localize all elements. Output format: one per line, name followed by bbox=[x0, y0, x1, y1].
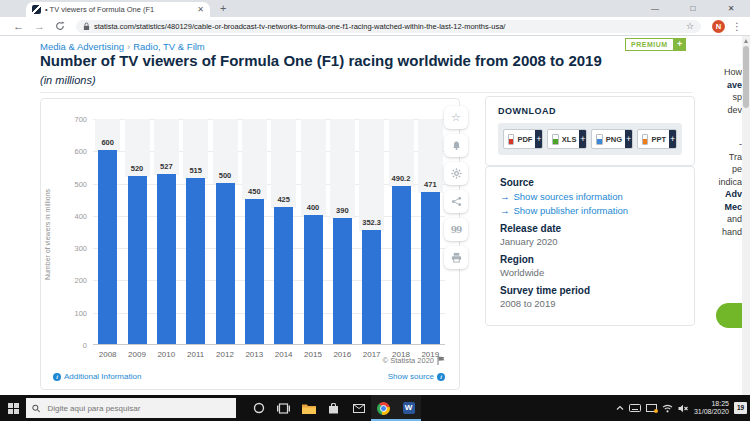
additional-information-link[interactable]: i Additional Information bbox=[53, 372, 141, 381]
side-panel-text: hand bbox=[700, 226, 742, 239]
tray-expand-button[interactable] bbox=[616, 405, 624, 411]
back-icon[interactable]: ← bbox=[13, 21, 24, 32]
microsoft-store-button[interactable] bbox=[321, 395, 346, 421]
download-format-label: PDF bbox=[517, 135, 532, 144]
tray-keyboard-button[interactable] bbox=[629, 404, 641, 412]
taskbar-clock[interactable]: 18:25 31/08/2020 bbox=[694, 400, 729, 417]
arrow-right-icon: → bbox=[500, 191, 510, 202]
chevron-up-icon bbox=[616, 405, 624, 411]
cortana-button[interactable] bbox=[246, 395, 271, 421]
source-heading: Source bbox=[500, 177, 680, 188]
clock-date: 31/08/2020 bbox=[694, 408, 729, 417]
side-panel-text: - bbox=[700, 138, 742, 151]
download-ppt-button[interactable]: PPT+ bbox=[637, 129, 677, 149]
browser-tab[interactable]: • TV viewers of Formula One (F1 ✕ bbox=[26, 2, 210, 17]
bar bbox=[274, 207, 293, 344]
side-panel-text: pe bbox=[700, 163, 742, 176]
show-sources-information-link[interactable]: →Show sources information bbox=[500, 191, 680, 202]
release-date-value: January 2020 bbox=[500, 236, 680, 247]
info-icon: i bbox=[437, 373, 445, 381]
side-panel-text: Tra bbox=[700, 151, 742, 164]
download-format-label: XLS bbox=[562, 135, 577, 144]
folder-icon bbox=[302, 403, 316, 414]
bar bbox=[421, 192, 440, 344]
file-png-icon bbox=[596, 134, 602, 145]
bar bbox=[157, 174, 176, 344]
notification-dot bbox=[654, 409, 658, 413]
plus-icon: + bbox=[535, 129, 542, 149]
windows-logo-icon bbox=[8, 403, 19, 414]
print-button[interactable] bbox=[444, 246, 468, 269]
survey-period-value: 2008 to 2019 bbox=[500, 298, 680, 309]
tray-volume-button[interactable] bbox=[678, 404, 689, 413]
side-panel-text: indica bbox=[700, 176, 742, 189]
bar-value-label: 390 bbox=[320, 206, 364, 215]
search-input[interactable] bbox=[45, 403, 230, 414]
chart-toolbar: ☆ 99 bbox=[444, 106, 468, 269]
window-minimize-button[interactable]: — bbox=[636, 0, 674, 17]
clock-time: 18:25 bbox=[694, 400, 729, 409]
taskbar-search[interactable] bbox=[26, 398, 236, 418]
bar bbox=[304, 215, 323, 344]
settings-button[interactable] bbox=[444, 162, 468, 185]
y-tick-label: 100 bbox=[61, 309, 87, 318]
scrollbar-up-arrow[interactable] bbox=[744, 39, 748, 43]
show-publisher-information-link[interactable]: →Show publisher information bbox=[500, 205, 680, 216]
search-icon bbox=[32, 404, 40, 413]
file-explorer-button[interactable] bbox=[296, 395, 321, 421]
tab-title: • TV viewers of Formula One (F1 bbox=[45, 5, 193, 14]
bar bbox=[186, 178, 205, 344]
arrow-right-icon: → bbox=[500, 205, 510, 216]
cite-button[interactable]: 99 bbox=[444, 218, 468, 241]
bar bbox=[216, 183, 235, 344]
action-center-button[interactable]: 19 bbox=[734, 402, 747, 414]
side-panel-text: and bbox=[700, 213, 742, 226]
side-panel-text bbox=[700, 116, 742, 138]
chrome-taskbar-button[interactable] bbox=[371, 395, 396, 421]
breadcrumb-link-radio-tv-film[interactable]: Radio, TV & Film bbox=[133, 41, 205, 52]
premium-badge[interactable]: PREMIUM + bbox=[625, 38, 686, 51]
bookmark-star-icon[interactable]: ☆ bbox=[686, 21, 694, 31]
window-maximize-button[interactable]: □ bbox=[674, 0, 712, 17]
show-source-link[interactable]: Show source i bbox=[388, 372, 445, 381]
new-tab-button[interactable]: + bbox=[220, 2, 226, 14]
source-card: Source →Show sources information →Show p… bbox=[485, 166, 695, 326]
share-button[interactable] bbox=[444, 190, 468, 213]
reload-icon[interactable] bbox=[55, 21, 65, 31]
favorite-button[interactable]: ☆ bbox=[444, 106, 468, 129]
profile-avatar[interactable]: N bbox=[712, 20, 725, 33]
forward-icon[interactable]: → bbox=[34, 21, 45, 32]
y-tick-label: 200 bbox=[61, 276, 87, 285]
task-view-button[interactable] bbox=[271, 395, 296, 421]
plot-area: 0100200300400500600700600200852020095272… bbox=[93, 119, 445, 345]
side-panel-text: ave bbox=[700, 79, 742, 92]
breadcrumb-separator: › bbox=[127, 41, 130, 52]
page-scrollbar[interactable] bbox=[742, 36, 750, 395]
y-tick-label: 300 bbox=[61, 244, 87, 253]
tab-close-icon[interactable]: ✕ bbox=[197, 6, 204, 14]
breadcrumb-link-media-advertising[interactable]: Media & Advertising bbox=[40, 41, 124, 52]
tray-display-button[interactable] bbox=[646, 404, 657, 413]
download-pdf-button[interactable]: PDF+ bbox=[503, 129, 543, 149]
navigation-bar: ← → statista.com/statistics/480129/cable… bbox=[0, 17, 750, 36]
alert-button[interactable] bbox=[444, 134, 468, 157]
region-value: Worldwide bbox=[500, 267, 680, 278]
start-button[interactable] bbox=[0, 395, 26, 421]
gear-icon bbox=[451, 168, 462, 179]
keyboard-icon bbox=[629, 404, 641, 412]
url-bar[interactable]: statista.com/statistics/480129/cable-or-… bbox=[76, 20, 701, 33]
screen: • TV viewers of Formula One (F1 ✕ + — □ … bbox=[0, 0, 750, 421]
tray-network-button[interactable] bbox=[662, 404, 673, 413]
window-close-button[interactable]: ✕ bbox=[712, 0, 750, 17]
side-panel-text: How bbox=[700, 66, 742, 79]
scrollbar-thumb[interactable] bbox=[743, 46, 749, 108]
download-png-button[interactable]: PNG+ bbox=[591, 129, 632, 149]
word-taskbar-button[interactable]: W bbox=[396, 395, 421, 421]
mail-button[interactable] bbox=[346, 395, 371, 421]
chart-copyright: © Statista 2020 bbox=[383, 356, 445, 365]
column-band bbox=[330, 119, 355, 219]
browser-menu-icon[interactable]: ⋮ bbox=[732, 21, 742, 32]
wifi-icon bbox=[662, 404, 673, 413]
download-xls-button[interactable]: XLS+ bbox=[547, 129, 587, 149]
statista-favicon bbox=[32, 5, 41, 14]
